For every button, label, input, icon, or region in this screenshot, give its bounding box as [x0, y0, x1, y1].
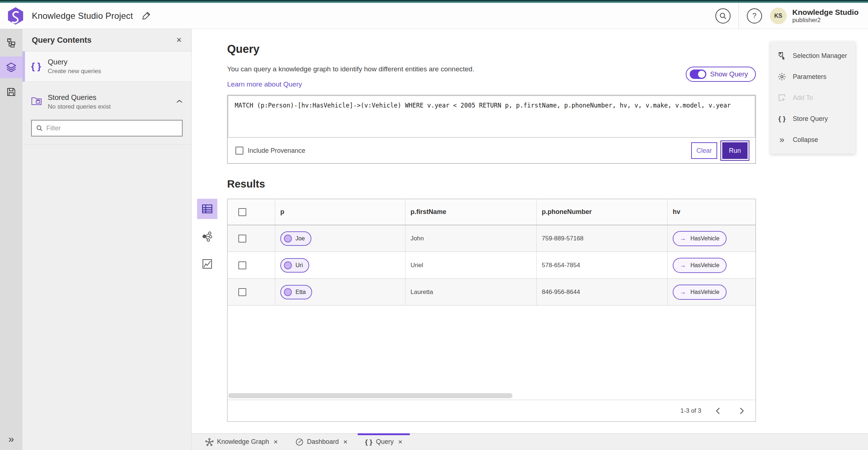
braces-icon: { } [31, 61, 48, 72]
run-button[interactable]: Run [722, 142, 748, 159]
edge-pill[interactable]: → HasVehicle [673, 258, 727, 273]
parameters-button[interactable]: Parameters [770, 66, 855, 87]
node-dot-icon [284, 288, 292, 296]
selection-manager-button[interactable]: Selection Manager [770, 45, 855, 66]
user-name: Knowledge Studio [792, 8, 859, 17]
column-header-hv[interactable]: hv [668, 199, 756, 225]
user-role: publisher2 [792, 17, 859, 24]
column-header-p[interactable]: p [275, 199, 405, 225]
close-tab-icon[interactable]: ✕ [398, 439, 403, 445]
edit-title-icon[interactable] [142, 11, 151, 21]
table-row: Etta Lauretta 846-956-8644 → HasVehicle [227, 279, 756, 306]
arrow-right-icon: → [680, 235, 686, 242]
include-provenance-label: Include Provenance [248, 147, 305, 155]
stored-queries-subtitle: No stored queries exist [48, 103, 176, 110]
results-view-switcher [197, 199, 217, 422]
node-pill[interactable]: Uri [280, 258, 309, 273]
pagination-label: 1-3 of 3 [680, 407, 701, 415]
arrow-right-icon: → [680, 262, 686, 269]
gear-icon [777, 72, 787, 81]
column-header-firstname[interactable]: p.firstName [405, 199, 537, 225]
store-query-button[interactable]: { } Store Query [770, 108, 855, 129]
sidebar-item-query[interactable]: { } Query Create new queries [22, 51, 191, 82]
filter-input[interactable] [46, 125, 178, 132]
search-icon[interactable] [715, 8, 731, 24]
expand-rail-icon[interactable]: » [0, 433, 22, 445]
table-view-icon[interactable] [197, 199, 217, 219]
node-dot-icon [284, 261, 292, 269]
toggle-on-icon [690, 70, 706, 79]
query-contents-panel: Query Contents ✕ { } Query Create new qu… [22, 29, 192, 450]
cell-firstname: Uriel [405, 252, 537, 278]
show-query-toggle[interactable]: Show Query [686, 67, 756, 82]
include-provenance-checkbox[interactable] [235, 147, 243, 155]
save-icon[interactable] [0, 81, 22, 103]
arrow-right-icon: → [680, 289, 686, 296]
tab-dashboard[interactable]: Dashboard ✕ [287, 434, 357, 450]
collapse-button[interactable]: » Collapse [770, 129, 855, 150]
filter-field[interactable] [31, 120, 183, 136]
horizontal-scrollbar[interactable] [228, 393, 512, 398]
cell-firstname: Lauretta [405, 279, 537, 305]
cell-phonenumber: 846-956-8644 [537, 279, 668, 305]
user-info: Knowledge Studio publisher2 [792, 8, 859, 24]
add-to-icon [777, 93, 787, 102]
edge-pill[interactable]: → HasVehicle [673, 285, 727, 300]
tab-knowledge-graph[interactable]: Knowledge Graph ✕ [197, 434, 287, 450]
include-provenance-option[interactable]: Include Provenance [235, 147, 305, 155]
close-tab-icon[interactable]: ✕ [273, 439, 278, 445]
stored-queries-section[interactable]: Stored Queries No stored queries exist [22, 87, 191, 117]
main-content: Query You can query a knowledge graph to… [192, 29, 868, 450]
help-icon[interactable]: ? [747, 8, 762, 24]
project-title: Knowledge Studio Project [32, 11, 133, 21]
query-actions-menu: Selection Manager Parameters Add To { } [770, 42, 855, 154]
tab-query[interactable]: { } Query ✕ [356, 434, 411, 450]
row-checkbox[interactable] [238, 288, 246, 296]
prev-page-icon[interactable] [711, 404, 725, 418]
show-query-label: Show Query [710, 70, 748, 78]
filter-search-icon [36, 125, 43, 131]
cell-phonenumber: 759-889-57168 [537, 225, 668, 252]
node-pill[interactable]: Etta [280, 285, 312, 299]
avatar[interactable]: KS [770, 8, 787, 24]
left-icon-rail: » [0, 29, 22, 450]
node-pill[interactable]: Joe [280, 231, 311, 246]
row-checkbox[interactable] [238, 261, 246, 269]
query-text-input[interactable]: MATCH (p:Person)-[hv:HasVehicle]->(v:Veh… [228, 96, 755, 138]
close-panel-icon[interactable]: ✕ [176, 36, 182, 44]
chart-view-icon[interactable] [197, 254, 217, 274]
select-all-checkbox[interactable] [238, 208, 246, 216]
app-logo-icon[interactable] [7, 7, 24, 25]
layers-icon[interactable] [0, 56, 22, 78]
node-dot-icon [284, 235, 292, 243]
braces-icon: { } [777, 115, 787, 123]
cell-firstname: John [405, 225, 537, 252]
app-header: Knowledge Studio Project ? KS Knowledge … [0, 3, 868, 29]
query-tab-icon: { } [365, 438, 372, 446]
hierarchy-icon[interactable] [0, 32, 22, 54]
cell-phonenumber: 578-654-7854 [537, 252, 668, 278]
query-editor-card: MATCH (p:Person)-[hv:HasVehicle]->(v:Veh… [227, 95, 756, 164]
close-tab-icon[interactable]: ✕ [343, 439, 348, 445]
next-page-icon[interactable] [735, 404, 749, 418]
learn-more-link[interactable]: Learn more about Query [227, 80, 302, 88]
bottom-tab-bar: Knowledge Graph ✕ Dashboard ✕ { } Query … [192, 433, 868, 450]
query-item-title: Query [48, 58, 183, 66]
panel-title: Query Contents [32, 35, 176, 45]
table-empty-area [227, 306, 756, 392]
clear-button[interactable]: Clear [691, 142, 717, 159]
edge-pill[interactable]: → HasVehicle [673, 231, 727, 246]
selection-manager-icon [777, 51, 787, 60]
query-item-subtitle: Create new queries [48, 68, 183, 75]
graph-view-icon[interactable] [197, 226, 217, 247]
collapse-icon: » [777, 135, 787, 144]
dashboard-tab-icon [295, 438, 303, 446]
chevron-up-icon[interactable] [176, 99, 183, 105]
panel-gap [22, 82, 191, 87]
stored-queries-title: Stored Queries [48, 93, 176, 102]
table-header-row: p p.firstName p.phoneNumber hv [227, 199, 756, 225]
top-accent-bar [0, 0, 868, 3]
row-checkbox[interactable] [238, 235, 246, 243]
column-header-phonenumber[interactable]: p.phoneNumber [537, 199, 668, 225]
header-divider [739, 3, 739, 29]
